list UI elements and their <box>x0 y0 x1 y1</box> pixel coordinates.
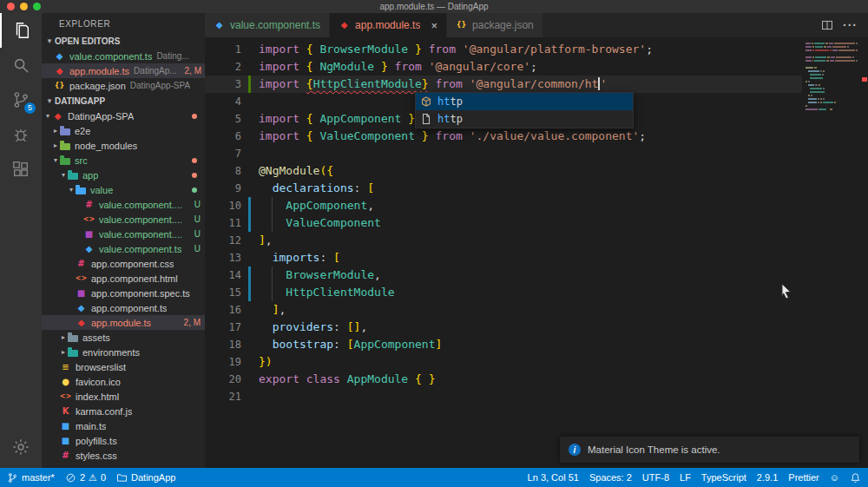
line-number[interactable]: 11 <box>205 214 241 232</box>
close-window-button[interactable] <box>7 3 15 10</box>
tab-package.json[interactable]: {}package.json <box>447 13 543 37</box>
feedback-icon[interactable]: ☺ <box>830 472 839 483</box>
suggest-item[interactable]: http <box>416 93 633 110</box>
line-number[interactable]: 14 <box>205 267 241 284</box>
line-number[interactable]: 20 <box>205 371 241 388</box>
status-spaces-2[interactable]: Spaces: 2 <box>589 472 632 483</box>
activity-explorer-icon[interactable] <box>0 13 42 48</box>
tree-item[interactable]: ▾app <box>42 168 205 182</box>
open-editor-item[interactable]: ◆app.module.tsDatingAp...2, M <box>42 63 205 78</box>
line-number[interactable]: 12 <box>205 232 241 249</box>
activity-extensions-icon[interactable] <box>0 152 42 187</box>
status-ln-3-col-51[interactable]: Ln 3, Col 51 <box>528 472 579 483</box>
status-2-9-1[interactable]: 2.9.1 <box>757 472 778 483</box>
tree-item[interactable]: ■value.component....U <box>42 227 205 241</box>
tree-item[interactable]: ●favicon.ico <box>42 374 205 389</box>
line-number[interactable]: 10 <box>205 197 241 214</box>
tree-item[interactable]: ▸environments <box>42 345 205 359</box>
minimize-window-button[interactable] <box>20 3 28 10</box>
activity-search-icon[interactable] <box>0 48 42 82</box>
tree-item[interactable]: ■main.ts <box>42 418 205 433</box>
code-line-2[interactable]: 2import { NgModule } from '@angular/core… <box>205 58 802 76</box>
line-number[interactable]: 21 <box>205 388 241 405</box>
tab-app.module.ts[interactable]: ◆app.module.ts× <box>330 13 447 37</box>
tree-item[interactable]: ◆value.component.tsU <box>42 241 205 256</box>
close-icon[interactable]: × <box>431 19 437 32</box>
folder-indicator[interactable]: DatingApp <box>116 472 175 484</box>
bell-icon[interactable] <box>850 472 861 484</box>
status-prettier[interactable]: Prettier <box>788 472 819 483</box>
activity-debug-icon[interactable] <box>0 117 42 152</box>
tree-item[interactable]: ▾value <box>42 182 205 197</box>
notification-toast[interactable]: i Material Icon Theme is active. <box>560 437 859 463</box>
status-utf-8[interactable]: UTF-8 <box>642 472 669 483</box>
line-number[interactable]: 4 <box>205 93 241 110</box>
tree-item[interactable]: #value.component....U <box>42 197 205 212</box>
code-line-9[interactable]: 9 declarations: [ <box>205 180 802 197</box>
code-line-10[interactable]: 10 AppComponent, <box>205 197 802 214</box>
code-editor[interactable]: 1import { BrowserModule } from '@angular… <box>205 37 868 468</box>
tree-item[interactable]: #styles.css <box>42 448 205 463</box>
line-number[interactable]: 5 <box>205 110 241 128</box>
tree-item[interactable]: ◆app.component.ts <box>42 300 205 315</box>
line-number[interactable]: 8 <box>205 162 241 180</box>
project-section-header[interactable]: ▾ DATINGAPP <box>42 93 205 109</box>
tree-item[interactable]: #app.component.css <box>42 256 205 271</box>
code-line-3[interactable]: 3import {HttpClientModule} from '@angula… <box>205 76 802 93</box>
code-line-13[interactable]: 13 imports: [ <box>205 249 802 267</box>
code-line-20[interactable]: 20export class AppModule { } <box>205 371 802 388</box>
code-line-14[interactable]: 14 BrowserModule, <box>205 267 802 284</box>
code-line-19[interactable]: 19}) <box>205 353 802 371</box>
tree-item[interactable]: ■app.component.spec.ts <box>42 286 205 300</box>
code-line-18[interactable]: 18 bootstrap: [AppComponent] <box>205 336 802 353</box>
line-number[interactable]: 9 <box>205 180 241 197</box>
tree-item[interactable]: ◆app.module.ts2, M <box>42 315 205 330</box>
line-number[interactable]: 17 <box>205 319 241 336</box>
problems-indicator[interactable]: 2 ⚠ 0 <box>65 472 106 484</box>
split-editor-icon[interactable] <box>821 19 833 31</box>
tree-item[interactable]: ■polyfills.ts <box>42 433 205 448</box>
tree-item[interactable]: ▾src <box>42 153 205 168</box>
code-line-12[interactable]: 12], <box>205 232 802 249</box>
status-lf[interactable]: LF <box>680 472 691 483</box>
tab-value.component.ts[interactable]: ◆value.component.ts <box>205 13 330 37</box>
more-actions-icon[interactable]: ··· <box>843 18 858 32</box>
tree-item[interactable]: ▸assets <box>42 330 205 345</box>
line-number[interactable]: 3 <box>205 76 241 93</box>
zoom-window-button[interactable] <box>33 3 41 10</box>
tree-item[interactable]: <>value.component....U <box>42 212 205 227</box>
line-number[interactable]: 7 <box>205 145 241 162</box>
status-typescript[interactable]: TypeScript <box>701 472 746 483</box>
line-number[interactable]: 18 <box>205 336 241 353</box>
code-line-7[interactable]: 7 <box>205 145 802 162</box>
tree-item[interactable]: ▸e2e <box>42 123 205 138</box>
code-line-17[interactable]: 17 providers: [], <box>205 319 802 336</box>
overview-ruler[interactable] <box>860 37 868 468</box>
code-line-1[interactable]: 1import { BrowserModule } from '@angular… <box>205 41 802 58</box>
line-number[interactable]: 15 <box>205 284 241 301</box>
minimap[interactable] <box>806 43 858 115</box>
code-line-16[interactable]: 16 ], <box>205 301 802 319</box>
code-line-21[interactable]: 21 <box>205 388 802 405</box>
open-editors-header[interactable]: ▾ OPEN EDITORS <box>42 33 205 49</box>
code-line-8[interactable]: 8@NgModule({ <box>205 162 802 180</box>
open-editor-item[interactable]: ◆value.component.tsDating... <box>42 49 205 63</box>
suggest-item[interactable]: http <box>416 110 633 128</box>
activity-source-control-icon[interactable]: 5 <box>0 82 42 117</box>
tree-item[interactable]: <>app.component.html <box>42 271 205 286</box>
line-number[interactable]: 2 <box>205 58 241 76</box>
code-line-6[interactable]: 6import { ValueComponent } from './value… <box>205 128 802 145</box>
tree-item[interactable]: ▾◆DatingApp-SPA <box>42 109 205 123</box>
tree-item[interactable]: <>index.html <box>42 389 205 404</box>
tree-item[interactable]: ≡browserslist <box>42 359 205 374</box>
tree-item[interactable]: Kkarma.conf.js <box>42 404 205 418</box>
line-number[interactable]: 13 <box>205 249 241 267</box>
open-editor-item[interactable]: {}package.jsonDatingApp-SPA <box>42 78 205 93</box>
activity-settings-icon[interactable] <box>0 430 42 464</box>
code-line-11[interactable]: 11 ValueComponent <box>205 214 802 232</box>
code-line-15[interactable]: 15 HttpClientModule <box>205 284 802 301</box>
git-branch-indicator[interactable]: master* <box>7 472 55 484</box>
line-number[interactable]: 16 <box>205 301 241 319</box>
line-number[interactable]: 6 <box>205 128 241 145</box>
line-number[interactable]: 1 <box>205 41 241 58</box>
